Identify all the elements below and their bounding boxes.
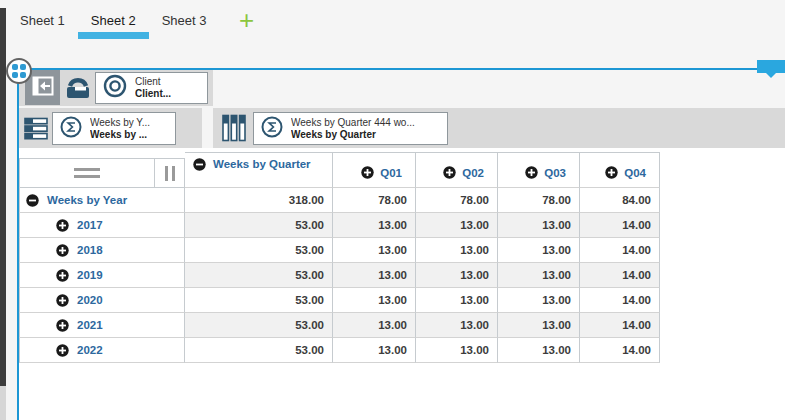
- plus-icon: +: [239, 9, 254, 31]
- data-cell[interactable]: 14.00: [580, 213, 660, 238]
- data-cell[interactable]: 13.00: [498, 313, 580, 338]
- data-cell[interactable]: 13.00: [416, 288, 498, 313]
- data-cell[interactable]: 53.00: [185, 238, 333, 263]
- data-cell[interactable]: 13.00: [498, 263, 580, 288]
- column-header-q02[interactable]: Q02: [416, 152, 498, 188]
- pivot-row-2021: 2021 53.00 13.00 13.00 13.00 14.00: [19, 313, 660, 338]
- data-cell[interactable]: 78.00: [498, 188, 580, 213]
- data-cell[interactable]: 13.00: [498, 288, 580, 313]
- tab-sheet-3[interactable]: Sheet 3: [149, 0, 220, 40]
- data-cell[interactable]: 13.00: [416, 263, 498, 288]
- row-header-weeks-by-year[interactable]: Weeks by Year: [19, 188, 185, 213]
- plus-circle-icon[interactable]: [361, 166, 374, 179]
- tab-label: Sheet 1: [20, 13, 65, 28]
- data-cell[interactable]: 13.00: [498, 238, 580, 263]
- data-cell[interactable]: 318.00: [185, 188, 333, 213]
- plus-circle-icon[interactable]: [56, 269, 69, 282]
- column-header-q01[interactable]: Q01: [333, 152, 416, 188]
- columns-axis-icon[interactable]: [220, 114, 248, 143]
- context-drawer-icon[interactable]: [64, 74, 92, 102]
- rows-zone-line2: Weeks by ...: [90, 129, 150, 141]
- context-zone-line2: Client...: [135, 88, 171, 100]
- collapse-panel-left-icon: [32, 76, 54, 100]
- columns-dropzone-weeks-by-quarter[interactable]: Weeks by Quarter 444 wo... Weeks by Quar…: [253, 112, 448, 145]
- pivot-row-2019: 2019 53.00 13.00 13.00 13.00 14.00: [19, 263, 660, 288]
- data-cell[interactable]: 53.00: [185, 313, 333, 338]
- data-cell[interactable]: 13.00: [333, 338, 416, 363]
- plus-circle-icon[interactable]: [525, 166, 538, 179]
- data-cell[interactable]: 78.00: [333, 188, 416, 213]
- widget-selection-left-border: [17, 68, 19, 420]
- rows-axis-icon[interactable]: [24, 116, 49, 141]
- row-header-2018[interactable]: 2018: [19, 238, 185, 263]
- context-zone-line1: Client: [135, 76, 171, 88]
- drag-dot: [12, 72, 18, 78]
- pivot-row-2020: 2020 53.00 13.00 13.00 13.00 14.00: [19, 288, 660, 313]
- data-cell[interactable]: 53.00: [185, 263, 333, 288]
- sheet-tab-bar: Sheet 1 Sheet 2 Sheet 3 +: [7, 0, 259, 40]
- pivot-row-2022: 2022 53.00 13.00 13.00 13.00 14.00: [19, 338, 660, 363]
- data-cell[interactable]: 14.00: [580, 288, 660, 313]
- data-cell[interactable]: 13.00: [416, 313, 498, 338]
- add-sheet-button[interactable]: +: [233, 7, 259, 33]
- data-cell[interactable]: 13.00: [498, 338, 580, 363]
- data-cell[interactable]: 13.00: [498, 213, 580, 238]
- drag-dot: [20, 72, 26, 78]
- row-header-2017[interactable]: 2017: [19, 213, 185, 238]
- active-tab-underline: [78, 32, 149, 39]
- column-header-q04[interactable]: Q04: [580, 152, 660, 188]
- plus-circle-icon[interactable]: [56, 319, 69, 332]
- data-cell[interactable]: 13.00: [416, 338, 498, 363]
- data-cell[interactable]: 13.00: [416, 238, 498, 263]
- plus-circle-icon[interactable]: [56, 244, 69, 257]
- columns-zone-line2: Weeks by Quarter: [291, 129, 415, 141]
- tab-label: Sheet 3: [162, 13, 207, 28]
- row-header-2022[interactable]: 2022: [19, 338, 185, 363]
- data-cell[interactable]: 14.00: [580, 263, 660, 288]
- tab-sheet-2[interactable]: Sheet 2: [78, 0, 149, 40]
- left-scrollbar-thumb[interactable]: [0, 8, 6, 386]
- data-cell[interactable]: 13.00: [333, 213, 416, 238]
- plus-circle-icon[interactable]: [605, 166, 618, 179]
- column-resize-handle[interactable]: [155, 158, 185, 188]
- minus-circle-icon[interactable]: [26, 194, 39, 207]
- widget-selection-handle-flag[interactable]: [757, 60, 785, 73]
- widget-selection-top-border: [17, 68, 783, 70]
- plus-circle-icon[interactable]: [56, 294, 69, 307]
- rows-dropzone-weeks-by-year[interactable]: Weeks by Y... Weeks by ...: [52, 112, 176, 145]
- drag-dot: [20, 64, 26, 70]
- data-cell[interactable]: 14.00: [580, 338, 660, 363]
- context-dropzone-client[interactable]: Client Client...: [95, 72, 208, 104]
- plus-circle-icon[interactable]: [443, 166, 456, 179]
- plus-circle-icon[interactable]: [56, 344, 69, 357]
- widget-drag-handle[interactable]: [6, 58, 32, 84]
- plus-circle-icon[interactable]: [56, 219, 69, 232]
- data-cell[interactable]: 84.00: [580, 188, 660, 213]
- minus-circle-icon[interactable]: [193, 158, 206, 171]
- pivot-total-row: Weeks by Year 318.00 78.00 78.00 78.00 8…: [19, 188, 660, 213]
- data-cell[interactable]: 14.00: [580, 313, 660, 338]
- rows-zone-line1: Weeks by Y...: [90, 117, 150, 129]
- data-cell[interactable]: 13.00: [333, 238, 416, 263]
- row-header-2019[interactable]: 2019: [19, 263, 185, 288]
- pivot-table: Weeks by Quarter Q01 Q02 Q03 Q04: [19, 152, 660, 363]
- data-cell[interactable]: 53.00: [185, 213, 333, 238]
- tab-sheet-1[interactable]: Sheet 1: [7, 0, 78, 40]
- sigma-measure-icon: [260, 115, 284, 143]
- column-dimension-header[interactable]: Weeks by Quarter: [185, 152, 333, 188]
- tab-label: Sheet 2: [91, 13, 136, 28]
- drag-dot: [12, 64, 18, 70]
- data-cell[interactable]: 13.00: [416, 213, 498, 238]
- column-header-q03[interactable]: Q03: [498, 152, 580, 188]
- data-cell[interactable]: 13.00: [333, 263, 416, 288]
- pivot-row-2018: 2018 53.00 13.00 13.00 13.00 14.00: [19, 238, 660, 263]
- data-cell[interactable]: 53.00: [185, 288, 333, 313]
- data-cell[interactable]: 78.00: [416, 188, 498, 213]
- data-cell[interactable]: 53.00: [185, 338, 333, 363]
- row-header-2020[interactable]: 2020: [19, 288, 185, 313]
- data-cell[interactable]: 14.00: [580, 238, 660, 263]
- row-header-2021[interactable]: 2021: [19, 313, 185, 338]
- data-cell[interactable]: 13.00: [333, 313, 416, 338]
- row-headers-handle[interactable]: [19, 158, 155, 188]
- data-cell[interactable]: 13.00: [333, 288, 416, 313]
